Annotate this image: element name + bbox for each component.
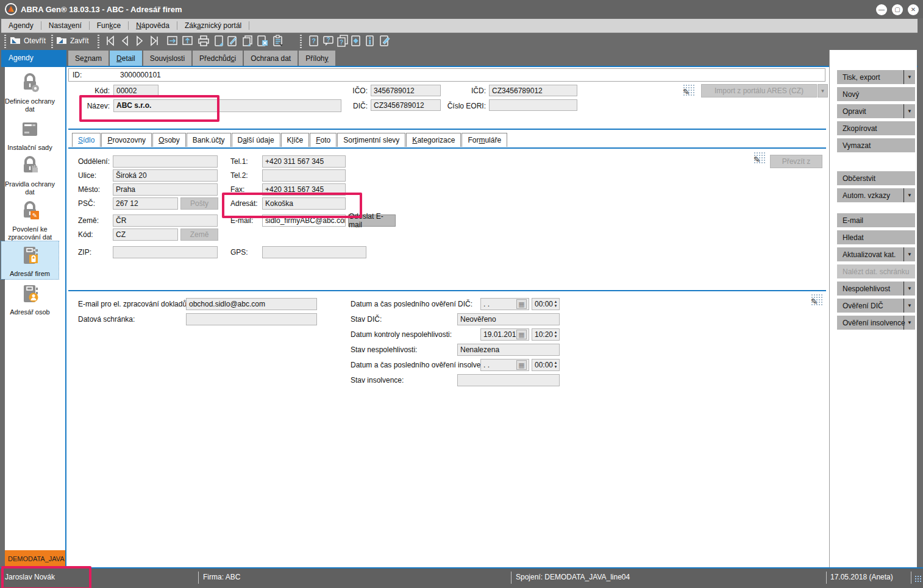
ulice-field[interactable]: Široká 20 bbox=[113, 169, 218, 182]
dropdown-arrow-icon[interactable]: ▼ bbox=[903, 316, 915, 330]
help-topics-icon[interactable]: ? bbox=[336, 34, 349, 48]
tel1-field[interactable]: +420 311 567 345 bbox=[262, 155, 346, 168]
delete-document-icon[interactable] bbox=[255, 34, 269, 48]
action-nespolehlivost[interactable]: Nespolehlivost▼ bbox=[837, 282, 915, 296]
menu-funkce[interactable]: Funkce bbox=[90, 19, 128, 32]
sidebar-item-definice-ochrany-dat[interactable]: Definice ochrany dat bbox=[1, 72, 59, 113]
oddeleni-field[interactable] bbox=[113, 155, 218, 168]
action-novy[interactable]: Nový bbox=[837, 87, 915, 101]
subtab-osoby[interactable]: Osoby bbox=[152, 133, 186, 147]
databox-field[interactable] bbox=[186, 313, 317, 325]
minimize-button[interactable]: — bbox=[876, 4, 887, 15]
action-aktualizovat-kat[interactable]: Aktualizovat kat.▼ bbox=[837, 247, 915, 261]
zeme-button[interactable]: Země bbox=[180, 228, 218, 241]
dropdown-arrow-icon[interactable]: ▼ bbox=[903, 282, 915, 296]
close-button[interactable]: ✕ bbox=[908, 4, 919, 15]
subtab-kategorizace[interactable]: Kategorizace bbox=[406, 133, 461, 147]
update-record-icon[interactable] bbox=[181, 34, 194, 48]
calendar-icon[interactable]: ▦ bbox=[516, 330, 527, 339]
print-icon[interactable] bbox=[197, 34, 210, 48]
time-spinner[interactable]: ▲▼ bbox=[552, 360, 560, 370]
action-hledat[interactable]: Hledat bbox=[837, 230, 915, 244]
prevzit-z-button[interactable]: Převzít z bbox=[770, 155, 822, 168]
subtab-provozovny[interactable]: Provozovny bbox=[101, 133, 152, 147]
toolbar-grip[interactable] bbox=[98, 35, 99, 48]
fax-field[interactable]: +420 311 567 345 bbox=[262, 183, 346, 196]
stav-nespolehlivosti-field[interactable]: Nenalezena bbox=[457, 344, 560, 356]
kod-zeme-field[interactable]: CZ bbox=[113, 228, 178, 241]
action-zkopirovat[interactable]: Zkopírovat bbox=[837, 121, 915, 135]
menu-zakaznicky-portal[interactable]: Zákaznický portál bbox=[177, 19, 249, 32]
action-vymazat[interactable]: Vymazat bbox=[837, 138, 915, 152]
dic-field[interactable]: CZ3456789012 bbox=[371, 99, 441, 111]
psc-field[interactable]: 267 12 bbox=[113, 197, 178, 210]
tab-souvislosti[interactable]: Souvislosti bbox=[143, 51, 191, 66]
refresh-record-icon[interactable] bbox=[166, 34, 179, 48]
sidebar-item-povoleni-ke-zpracovani-dat[interactable]: ✎ Povolení ke zpracování dat bbox=[1, 200, 59, 241]
action-tisk-export[interactable]: Tisk, export▼ bbox=[837, 70, 915, 84]
new-document-icon[interactable] bbox=[212, 34, 226, 48]
menu-napoveda[interactable]: Nápověda bbox=[129, 19, 177, 32]
subtab-sidlo[interactable]: Sídlo bbox=[72, 133, 101, 147]
magic-fill-icon[interactable]: ✎ bbox=[683, 84, 695, 96]
action-email[interactable]: E-mail bbox=[837, 213, 915, 227]
adresat-field[interactable]: Kokoška bbox=[262, 197, 346, 210]
subtab-formulare[interactable]: Formuláře bbox=[461, 133, 507, 147]
stav-dic-field[interactable]: Neověřeno bbox=[457, 313, 560, 325]
ares-import-button[interactable]: Import z portálu ARES (CZ) bbox=[701, 84, 817, 97]
tab-predchudci[interactable]: Předchůdci bbox=[193, 51, 243, 66]
action-opravit[interactable]: Opravit▼ bbox=[837, 104, 915, 118]
action-overeni-dic[interactable]: Ověření DIČ▼ bbox=[837, 299, 915, 313]
kod-field[interactable]: 00002 bbox=[113, 85, 159, 96]
tab-seznam[interactable]: Seznam bbox=[68, 51, 109, 66]
nazev-field[interactable]: ABC s.r.o. bbox=[113, 99, 341, 112]
edit-notes-icon[interactable] bbox=[378, 34, 391, 48]
icd-field[interactable]: CZ3456789012 bbox=[489, 85, 577, 96]
tab-ochrana-dat[interactable]: Ochrana dat bbox=[244, 51, 298, 66]
action-overeni-insolvence[interactable]: Ověření insolvence▼ bbox=[837, 316, 915, 330]
sidebar-item-adresar-firem[interactable]: Adresář firem bbox=[1, 244, 59, 278]
subtab-sortimentni-slevy[interactable]: Sortimentní slevy bbox=[337, 133, 405, 147]
sidebar-item-instalacni-sady[interactable]: Instalační sady bbox=[1, 118, 59, 152]
time-spinner[interactable]: ▲▼ bbox=[552, 329, 560, 340]
tel2-field[interactable] bbox=[262, 169, 346, 182]
dropdown-arrow-icon[interactable]: ▼ bbox=[903, 247, 915, 261]
prev-record-icon[interactable] bbox=[118, 34, 132, 48]
zip-field[interactable] bbox=[113, 246, 218, 258]
subtab-foto[interactable]: Foto bbox=[310, 133, 337, 147]
maximize-button[interactable]: ▢ bbox=[892, 4, 903, 15]
tab-detail[interactable]: Detail bbox=[110, 51, 142, 66]
subtab-dalsi-udaje[interactable]: Další údaje bbox=[232, 133, 280, 147]
edit-document-icon[interactable] bbox=[226, 34, 239, 48]
dropdown-arrow-icon[interactable]: ▼ bbox=[903, 299, 915, 313]
toolbar-grip[interactable] bbox=[4, 35, 6, 48]
eori-field[interactable] bbox=[489, 99, 577, 111]
ares-import-dropdown[interactable]: ▼ bbox=[818, 84, 828, 97]
gps-field[interactable] bbox=[262, 246, 366, 258]
clipboard-list-icon[interactable] bbox=[271, 34, 285, 48]
dropdown-arrow-icon[interactable]: ▼ bbox=[903, 104, 915, 118]
subtab-klice[interactable]: Klíče bbox=[281, 133, 310, 147]
action-autom-vzkazy[interactable]: Autom. vzkazy▼ bbox=[837, 188, 915, 202]
send-email-button[interactable]: Odeslat E-mail bbox=[348, 214, 396, 227]
open-button[interactable]: Otevřít bbox=[10, 34, 46, 48]
calendar-icon[interactable]: ▦ bbox=[516, 360, 527, 370]
close-agenda-button[interactable]: Zavřít bbox=[56, 34, 89, 48]
sidebar-item-adresar-osob[interactable]: Adresář osob bbox=[1, 283, 59, 316]
email-field[interactable]: sidlo_firmyABC@abc.com;s bbox=[262, 214, 346, 227]
dropdown-arrow-icon[interactable]: ▼ bbox=[903, 188, 915, 202]
toolbar-grip[interactable] bbox=[300, 35, 302, 48]
copy-document-icon[interactable] bbox=[241, 34, 254, 48]
dropdown-arrow-icon[interactable]: ▼ bbox=[903, 70, 915, 84]
stav-insolvence-field[interactable] bbox=[457, 374, 560, 386]
help-hint-icon[interactable]: ? bbox=[322, 34, 335, 48]
menu-agendy[interactable]: Agendy bbox=[1, 19, 41, 32]
sidebar-item-pravidla-ochrany-dat[interactable]: Pravidla ochrany dat bbox=[1, 155, 59, 196]
tab-prilohy[interactable]: Přílohy bbox=[299, 51, 335, 66]
posty-button[interactable]: Pošty bbox=[180, 197, 218, 210]
calendar-icon[interactable]: ▦ bbox=[516, 299, 527, 309]
magic-fill-icon[interactable]: ✎ bbox=[811, 294, 823, 306]
info-document-icon[interactable] bbox=[363, 34, 377, 48]
resize-grip[interactable] bbox=[914, 575, 921, 582]
time-spinner[interactable]: ▲▼ bbox=[552, 299, 560, 310]
